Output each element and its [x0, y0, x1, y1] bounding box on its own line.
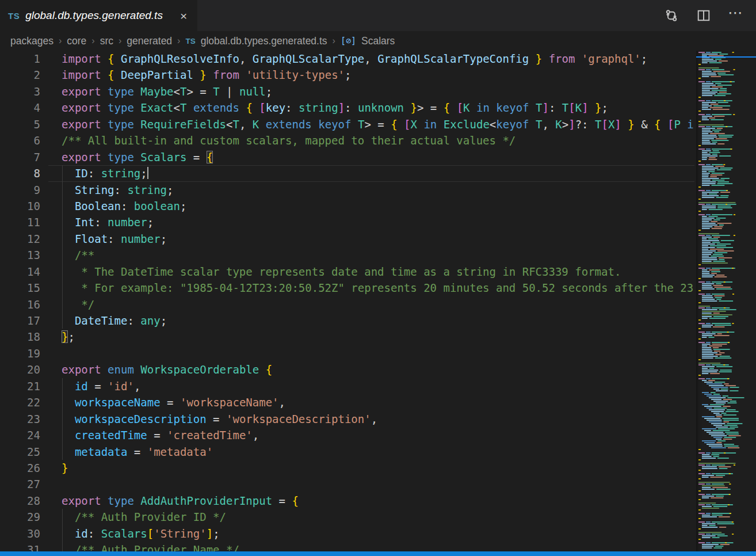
code-text: import { DeepPartial } from 'utility-typ… — [62, 67, 351, 83]
line-number: 21 — [0, 378, 40, 394]
line-number: 25 — [0, 444, 40, 460]
code-line-4[interactable]: 4export type Exact<T extends { [key: str… — [0, 100, 694, 116]
line-number: 23 — [0, 411, 40, 427]
code-text: createdTime = 'createdTime', — [62, 427, 259, 443]
line-number: 17 — [0, 313, 40, 329]
split-editor-icon[interactable] — [696, 8, 711, 23]
code-line-10[interactable]: 10 Boolean: boolean; — [0, 198, 694, 214]
breadcrumb-separator: › — [177, 36, 180, 46]
code-text: String: string; — [62, 182, 174, 198]
line-number: 31 — [0, 542, 40, 551]
code-line-1[interactable]: 1import { GraphQLResolveInfo, GraphQLSca… — [0, 51, 694, 67]
code-line-21[interactable]: 21 id = 'id', — [0, 378, 694, 394]
breadcrumb-separator: › — [59, 36, 62, 46]
code-line-6[interactable]: 6/** All built-in and custom scalars, ma… — [0, 132, 694, 148]
code-text: /** All built-in and custom scalars, map… — [62, 132, 516, 148]
line-number: 5 — [0, 116, 40, 132]
close-tab-icon[interactable]: × — [178, 10, 189, 22]
code-line-15[interactable]: 15 * For example: "1985-04-12T23:20:50.5… — [0, 280, 694, 296]
breadcrumb-item-src[interactable]: src — [100, 35, 113, 47]
line-number: 10 — [0, 198, 40, 214]
code-text: export enum WorkspaceOrderable { — [62, 361, 272, 378]
code-line-3[interactable]: 3export type Maybe<T> = T | null; — [0, 83, 694, 100]
breadcrumb-separator: › — [333, 36, 335, 46]
breadcrumb: packages›core›src›generated›TSglobal.db.… — [0, 31, 756, 51]
line-number: 26 — [0, 460, 40, 476]
code-line-24[interactable]: 24 createdTime = 'createdTime', — [0, 427, 694, 443]
code-text: /** — [62, 247, 94, 263]
code-line-9[interactable]: 9 String: string; — [0, 182, 694, 198]
line-number: 13 — [0, 247, 40, 263]
line-number: 12 — [0, 231, 40, 247]
code-line-5[interactable]: 5export type RequireFields<T, K extends … — [0, 116, 694, 132]
code-line-16[interactable]: 16 */ — [0, 296, 694, 313]
line-number: 14 — [0, 264, 40, 280]
code-line-30[interactable]: 30 id: Scalars['String']; — [0, 525, 694, 542]
line-number: 24 — [0, 427, 40, 443]
code-line-19[interactable]: 19 — [0, 345, 694, 361]
code-text: */ — [62, 296, 94, 313]
code-text: id = 'id', — [62, 378, 140, 394]
breadcrumb-item-core[interactable]: core — [67, 35, 86, 47]
code-line-22[interactable]: 22 workspaceName = 'workspaceName', — [0, 394, 694, 410]
code-line-28[interactable]: 28export type AddAuthProviderInput = { — [0, 493, 694, 509]
code-line-12[interactable]: 12 Float: number; — [0, 231, 694, 247]
code-line-31[interactable]: 31 /** Auth Provider Name */ — [0, 542, 694, 551]
line-number: 8 — [0, 165, 40, 181]
code-text: Int: number; — [62, 214, 154, 230]
code-line-29[interactable]: 29 /** Auth Provider ID */ — [0, 509, 694, 525]
minimap[interactable] — [696, 51, 756, 551]
line-number: 7 — [0, 149, 40, 165]
code-text: Float: number; — [62, 231, 167, 247]
line-number: 1 — [0, 51, 40, 67]
line-number: 6 — [0, 132, 40, 148]
code-text: /** Auth Provider Name */ — [62, 542, 239, 551]
breadcrumb-item-generated[interactable]: generated — [127, 35, 172, 47]
code-text: * The DateTime scalar type represents da… — [62, 264, 621, 280]
tab-bar: TS global.db.types.generated.ts × — [0, 0, 756, 31]
code-line-26[interactable]: 26} — [0, 460, 694, 476]
line-number: 2 — [0, 67, 40, 83]
line-number: 18 — [0, 329, 40, 345]
code-text: export type Scalars = { — [62, 149, 213, 165]
code-line-7[interactable]: 7export type Scalars = { — [0, 149, 694, 165]
code-text: export type AddAuthProviderInput = { — [62, 493, 299, 509]
code-line-8[interactable]: 8 ID: string; — [0, 165, 694, 181]
line-number: 16 — [0, 296, 40, 313]
code-text: export type Exact<T extends { [key: stri… — [62, 100, 608, 116]
line-number: 11 — [0, 214, 40, 230]
breadcrumb-item-file[interactable]: global.db.types.generated.ts — [201, 35, 327, 47]
code-text: }; — [62, 329, 75, 345]
code-line-13[interactable]: 13 /** — [0, 247, 694, 263]
code-text: Boolean: boolean; — [62, 198, 186, 214]
code-text: export type Maybe<T> = T | null; — [62, 83, 272, 100]
tab-global-db-types[interactable]: TS global.db.types.generated.ts × — [0, 0, 197, 31]
breadcrumb-separator: › — [91, 36, 94, 46]
code-line-23[interactable]: 23 workspaceDescription = 'workspaceDesc… — [0, 411, 694, 427]
code-text: /** Auth Provider ID */ — [62, 509, 226, 525]
code-line-27[interactable]: 27 — [0, 476, 694, 492]
code-line-20[interactable]: 20export enum WorkspaceOrderable { — [0, 361, 694, 378]
code-line-18[interactable]: 18}; — [0, 329, 694, 345]
code-line-11[interactable]: 11 Int: number; — [0, 214, 694, 230]
code-line-25[interactable]: 25 metadata = 'metadata' — [0, 444, 694, 460]
line-number: 15 — [0, 280, 40, 296]
typescript-file-icon: TS — [8, 11, 20, 21]
code-line-17[interactable]: 17 DateTime: any; — [0, 313, 694, 329]
line-number: 3 — [0, 83, 40, 100]
code-line-14[interactable]: 14 * The DateTime scalar type represents… — [0, 264, 694, 280]
code-text: metadata = 'metadata' — [62, 444, 213, 460]
code-text: import { GraphQLResolveInfo, GraphQLScal… — [62, 51, 647, 67]
code-text: ID: string; — [62, 165, 148, 181]
compare-changes-icon[interactable] — [664, 8, 679, 23]
code-text: * For example: "1985-04-12T23:20:50.52Z"… — [62, 280, 693, 296]
tab-title: global.db.types.generated.ts — [25, 9, 163, 22]
code-text: } — [62, 460, 68, 476]
breadcrumb-item-packages[interactable]: packages — [10, 35, 54, 47]
code-line-2[interactable]: 2import { DeepPartial } from 'utility-ty… — [0, 67, 694, 83]
breadcrumb-item-symbol[interactable]: Scalars — [361, 35, 395, 47]
code-editor[interactable]: 1import { GraphQLResolveInfo, GraphQLSca… — [0, 51, 694, 551]
more-actions-icon[interactable]: ⋯ — [728, 8, 743, 23]
minimap-canvas[interactable] — [696, 51, 756, 551]
vscode-window: TS global.db.types.generated.ts × — [0, 0, 756, 556]
